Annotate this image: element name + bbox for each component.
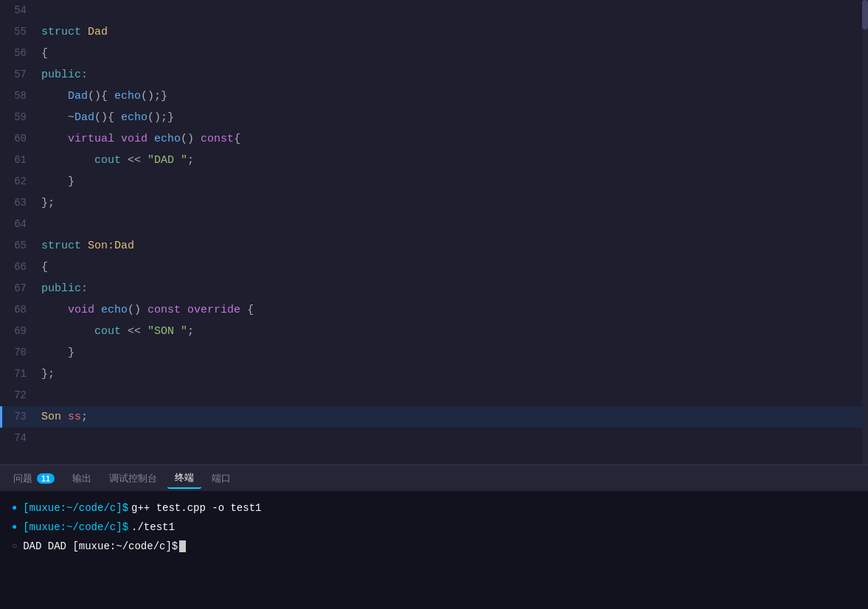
code-line: 54 <box>0 0 868 21</box>
terminal-dot-filled: ● <box>12 500 17 516</box>
line-content: ~Dad(){ echo();} <box>38 108 868 128</box>
panel-tab-输出[interactable]: 输出 <box>65 469 99 488</box>
line-number: 70 <box>0 342 38 363</box>
line-number: 63 <box>0 192 38 213</box>
code-line: 72 <box>0 385 868 406</box>
line-number: 71 <box>0 363 38 384</box>
code-line: 64 <box>0 214 868 235</box>
terminal-line: ●[muxue:~/code/c]$ ./test1 <box>12 519 856 535</box>
line-number: 59 <box>0 107 38 128</box>
code-line: 55struct Dad <box>0 21 868 43</box>
line-content <box>38 215 868 235</box>
line-content <box>38 1 868 21</box>
line-content: } <box>38 172 868 192</box>
terminal-command: g++ test.cpp -o test1 <box>131 500 261 516</box>
line-number: 61 <box>0 150 38 170</box>
code-line: 58 Dad(){ echo();} <box>0 86 868 107</box>
current-line-indicator <box>0 406 2 428</box>
line-content: public: <box>38 279 868 299</box>
tab-label: 输出 <box>72 472 91 485</box>
line-content <box>38 386 868 406</box>
panel-tab-调试控制台[interactable]: 调试控制台 <box>102 469 164 488</box>
code-line: 73Son ss; <box>0 406 868 428</box>
line-content: cout << "SON "; <box>38 321 868 342</box>
code-line: 71}; <box>0 363 868 385</box>
code-line: 74 <box>0 428 868 449</box>
tab-badge: 11 <box>37 473 55 484</box>
code-line: 69 cout << "SON "; <box>0 321 868 342</box>
line-number: 74 <box>0 428 38 448</box>
tab-label: 终端 <box>175 471 194 484</box>
scroll-thumb[interactable] <box>862 0 868 29</box>
line-content: public: <box>38 65 868 86</box>
line-number: 56 <box>0 43 38 63</box>
line-content: struct Son:Dad <box>38 236 868 257</box>
code-line: 66{ <box>0 257 868 278</box>
line-content: }; <box>38 364 868 385</box>
terminal-command: ./test1 <box>131 519 175 535</box>
terminal-dot-empty: ○ <box>12 538 17 554</box>
line-number: 67 <box>0 278 38 299</box>
tab-label: 端口 <box>212 472 231 485</box>
code-line: 62 } <box>0 171 868 192</box>
code-line: 56{ <box>0 43 868 64</box>
line-content <box>38 428 868 449</box>
line-number: 57 <box>0 64 38 85</box>
code-line: 59 ~Dad(){ echo();} <box>0 107 868 128</box>
terminal-line: ●[muxue:~/code/c]$ g++ test.cpp -o test1 <box>12 500 856 516</box>
terminal-dot-filled: ● <box>12 519 17 535</box>
code-line: 65struct Son:Dad <box>0 235 868 257</box>
line-content: { <box>38 44 868 64</box>
panel-tab-问题[interactable]: 问题11 <box>6 469 62 488</box>
line-content: Dad(){ echo();} <box>38 86 868 107</box>
line-number: 73 <box>0 406 38 427</box>
scrollbar[interactable] <box>862 0 868 464</box>
line-number: 72 <box>0 385 38 406</box>
line-number: 62 <box>0 171 38 192</box>
line-number: 65 <box>0 235 38 256</box>
code-line: 60 virtual void echo() const{ <box>0 128 868 150</box>
line-number: 55 <box>0 21 38 42</box>
line-number: 69 <box>0 321 38 341</box>
tab-label: 调试控制台 <box>109 472 157 485</box>
terminal-output: DAD DAD [muxue:~/code/c]$ <box>23 538 178 554</box>
panel-tab-终端[interactable]: 终端 <box>167 468 201 489</box>
panel-tab-端口[interactable]: 端口 <box>204 469 238 488</box>
line-content: void echo() const override { <box>38 300 868 321</box>
line-content: }; <box>38 193 868 214</box>
line-content: Son ss; <box>38 407 868 428</box>
line-content: cout << "DAD "; <box>38 150 868 171</box>
line-content: virtual void echo() const{ <box>38 129 868 150</box>
line-number: 66 <box>0 257 38 277</box>
code-line: 57public: <box>0 64 868 86</box>
code-lines: 54 55struct Dad56{57public:58 Dad(){ ech… <box>0 0 868 464</box>
line-number: 68 <box>0 299 38 320</box>
tab-label: 问题 <box>13 472 32 485</box>
line-content: } <box>38 343 868 363</box>
code-line: 63}; <box>0 192 868 214</box>
line-number: 64 <box>0 214 38 234</box>
line-number: 54 <box>0 0 38 21</box>
line-number: 58 <box>0 86 38 106</box>
terminal-prompt: [muxue:~/code/c]$ <box>23 519 128 535</box>
terminal-cursor <box>179 540 186 552</box>
code-line: 70 } <box>0 342 868 363</box>
terminal-line: ○DAD DAD [muxue:~/code/c]$ <box>12 538 856 554</box>
terminal-prompt: [muxue:~/code/c]$ <box>23 500 128 516</box>
code-line: 68 void echo() const override { <box>0 299 868 321</box>
panel-tabs: 问题11输出调试控制台终端端口 <box>0 464 868 491</box>
code-editor[interactable]: 54 55struct Dad56{57public:58 Dad(){ ech… <box>0 0 868 464</box>
code-line: 61 cout << "DAD "; <box>0 150 868 171</box>
line-content: { <box>38 257 868 278</box>
terminal[interactable]: ●[muxue:~/code/c]$ g++ test.cpp -o test1… <box>0 491 868 609</box>
line-number: 60 <box>0 128 38 149</box>
line-content: struct Dad <box>38 22 868 43</box>
code-line: 67public: <box>0 278 868 299</box>
